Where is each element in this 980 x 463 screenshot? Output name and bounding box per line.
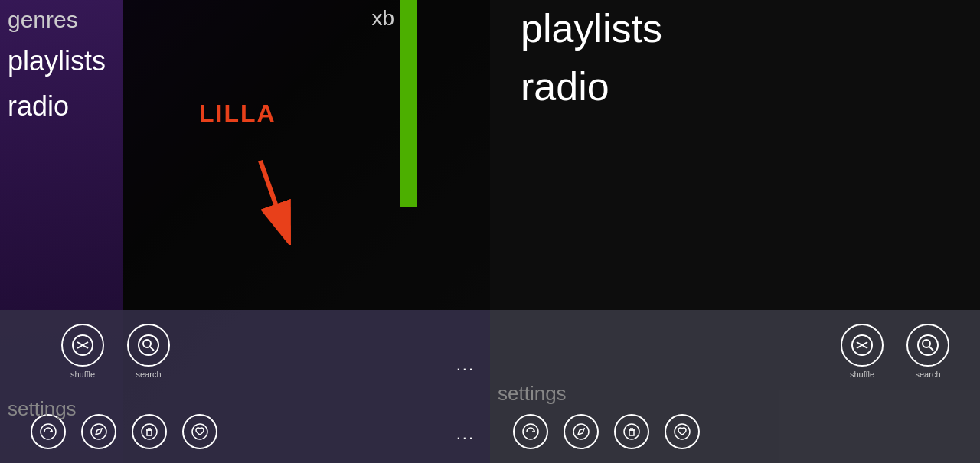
- search-button[interactable]: search: [127, 324, 170, 379]
- svg-point-22: [573, 424, 589, 439]
- svg-point-8: [41, 424, 56, 439]
- search-icon-circle: [127, 324, 170, 367]
- delete-button[interactable]: [132, 414, 167, 449]
- lilla-label: LILLA: [199, 99, 276, 128]
- sync-button-right[interactable]: [513, 414, 548, 449]
- svg-point-6: [143, 340, 151, 347]
- right-panel: playlists radio shuffle: [490, 0, 980, 463]
- delete-icon-circle: [132, 414, 167, 449]
- svg-point-18: [918, 335, 938, 355]
- sync-icon-circle-right: [513, 414, 548, 449]
- bottom-row-top-left: shuffle search ···: [15, 318, 475, 385]
- shuffle-button-right[interactable]: shuffle: [841, 324, 884, 379]
- svg-rect-11: [147, 430, 152, 435]
- svg-line-20: [929, 347, 933, 351]
- delete-icon-circle-right: [614, 414, 649, 449]
- edit-button[interactable]: [81, 414, 116, 449]
- more-dots-top[interactable]: ···: [456, 359, 475, 379]
- favorite-icon-circle: [182, 414, 217, 449]
- edit-icon-circle: [81, 414, 116, 449]
- settings-label-right[interactable]: settings: [498, 382, 567, 406]
- shuffle-icon-circle-right: [841, 324, 884, 367]
- svg-point-21: [523, 424, 538, 439]
- right-nav-radio[interactable]: radio: [521, 58, 662, 116]
- arrow-annotation: [237, 153, 306, 248]
- bottom-bar-left: shuffle search ··· settings: [0, 310, 490, 463]
- edit-icon-circle-right: [564, 414, 599, 449]
- svg-point-27: [675, 424, 690, 439]
- search-label: search: [136, 370, 161, 379]
- shuffle-label-right: shuffle: [850, 370, 874, 379]
- nav-radio[interactable]: radio: [8, 84, 106, 129]
- shuffle-icon-circle: [61, 324, 104, 367]
- right-nav: playlists radio: [521, 0, 662, 116]
- left-panel: genres playlists radio xb LILLA: [0, 0, 490, 463]
- svg-line-1: [260, 161, 283, 226]
- search-icon-circle-right: [906, 324, 949, 367]
- svg-line-7: [150, 347, 154, 351]
- svg-rect-24: [629, 430, 634, 435]
- settings-label-left[interactable]: settings: [8, 397, 77, 421]
- edit-button-right[interactable]: [564, 414, 599, 449]
- right-bottom-row-top: shuffle search: [505, 318, 965, 385]
- svg-point-5: [139, 335, 158, 355]
- favorite-button[interactable]: [182, 414, 217, 449]
- svg-point-23: [624, 424, 639, 439]
- bottom-row-bottom-left: ···: [15, 408, 475, 455]
- favorite-icon-circle-right: [665, 414, 700, 449]
- search-label-right: search: [915, 370, 940, 379]
- left-nav: genres playlists radio: [8, 0, 106, 129]
- xb-label: xb: [371, 6, 394, 31]
- search-button-right[interactable]: search: [906, 324, 949, 379]
- svg-point-19: [923, 340, 930, 347]
- more-dots-bottom[interactable]: ···: [456, 428, 475, 448]
- favorite-button-right[interactable]: [665, 414, 700, 449]
- right-bottom-row-bottom: [505, 408, 965, 455]
- delete-button-right[interactable]: [614, 414, 649, 449]
- right-nav-playlists[interactable]: playlists: [521, 0, 662, 58]
- nav-genres[interactable]: genres: [8, 0, 106, 39]
- green-strip: [400, 0, 417, 207]
- svg-point-9: [91, 424, 106, 439]
- shuffle-label: shuffle: [70, 370, 95, 379]
- svg-point-14: [192, 424, 207, 439]
- svg-point-10: [142, 424, 157, 439]
- bottom-bar-right: shuffle search settings: [490, 310, 980, 463]
- shuffle-button[interactable]: shuffle: [61, 324, 104, 379]
- nav-playlists[interactable]: playlists: [8, 39, 106, 84]
